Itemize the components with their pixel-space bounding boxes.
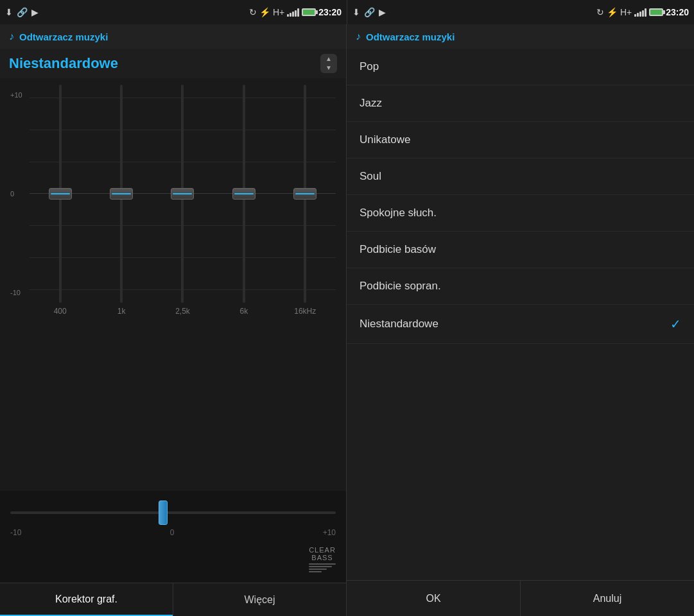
eq-label-zero: 0: [10, 190, 22, 198]
preset-item-jazz[interactable]: Jazz: [347, 85, 694, 122]
preset-item-podbicie-sopran-name: Podbicie sopran.: [360, 280, 441, 293]
signal-bar-r1: [634, 14, 636, 17]
eq-slider-col-1: [48, 85, 73, 303]
bass-slider-container[interactable]: [10, 500, 336, 526]
eq-slider-thumb-16k: [293, 188, 317, 200]
eq-slider-col-2: [108, 85, 134, 303]
signal-bar-r3: [639, 12, 641, 17]
signal-bar-1: [287, 14, 289, 17]
clear-bass-text-line1: CLEAR: [309, 546, 336, 554]
tab-wiecej[interactable]: Więcej: [173, 583, 346, 616]
sync-icon-r: ↻: [596, 7, 604, 17]
eq-slider-thumb-400: [49, 188, 72, 200]
preset-item-spokojne-name: Spokojne słuch.: [360, 207, 437, 219]
bluetooth-icon-r: ⚡: [607, 7, 618, 17]
clear-bass-lines: [309, 563, 336, 572]
status-left-icons: ⬇ 🔗 ▶: [5, 7, 39, 17]
preset-item-unikatowe-name: Unikatowe: [360, 133, 410, 146]
preset-item-niestandardowe-name: Niestandardowe: [360, 318, 438, 330]
status-bar-left: ⬇ 🔗 ▶ ↻ ⚡ H+ 23:20: [0, 0, 347, 24]
signal-bar-3: [292, 12, 294, 17]
clear-bass-line-2: [309, 566, 332, 567]
preset-item-pop[interactable]: Pop: [347, 49, 694, 85]
chevron-up-icon: ▲: [325, 55, 332, 63]
bass-scale: -10 0 +10: [10, 528, 336, 537]
bass-slider-thumb: [159, 501, 168, 525]
freq-label-6k: 6k: [221, 307, 266, 316]
tab-korektor[interactable]: Korektor graf.: [0, 583, 173, 616]
play-icon: ▶: [31, 7, 39, 17]
eq-slider-6k[interactable]: [231, 85, 257, 303]
tab-wiecej-label: Więcej: [244, 594, 275, 606]
left-app-header: ♪ Odtwarzacz muzyki: [0, 24, 346, 49]
bottom-tabs: Korektor graf. Więcej: [0, 583, 346, 616]
eq-slider-2k5[interactable]: [169, 85, 195, 303]
bluetooth-icon: ⚡: [259, 7, 270, 17]
battery-icon-r: [649, 8, 663, 16]
left-app-title: Odtwarzacz muzyki: [19, 31, 108, 42]
right-panel: ♪ Odtwarzacz muzyki Pop Jazz Unikatowe S…: [347, 24, 694, 616]
tab-korektor-label: Korektor graf.: [55, 594, 117, 605]
link-icon: 🔗: [17, 7, 28, 17]
preset-arrows-button[interactable]: ▲ ▼: [320, 54, 337, 73]
eq-slider-thumb-6k: [232, 188, 256, 200]
network-icon-r: H+: [620, 7, 632, 17]
signal-bar-r4: [642, 10, 644, 17]
clear-bass-line-3: [309, 569, 327, 570]
eq-sliders: [30, 85, 336, 303]
preset-item-podbicie-basow-name: Podbicie basów: [360, 243, 436, 256]
network-icon: H+: [273, 7, 284, 17]
preset-item-unikatowe[interactable]: Unikatowe: [347, 122, 694, 158]
freq-label-16k: 16kHz: [282, 307, 327, 316]
eq-y-labels: +10 0 -10: [10, 85, 22, 303]
signal-bars: [287, 8, 299, 17]
bass-scale-center: 0: [170, 528, 175, 537]
signal-bars-r: [634, 8, 646, 17]
freq-label-1k: 1k: [99, 307, 144, 316]
eq-slider-1k[interactable]: [108, 85, 134, 303]
preset-item-pop-name: Pop: [360, 60, 379, 73]
preset-list: Pop Jazz Unikatowe Soul Spokojne słuch. …: [347, 49, 694, 580]
bass-scale-max: +10: [323, 528, 336, 537]
sync-icon: ↻: [249, 7, 257, 17]
ok-button[interactable]: OK: [347, 581, 521, 616]
preset-item-niestandardowe[interactable]: Niestandardowe ✓: [347, 305, 694, 344]
eq-slider-col-5: [292, 85, 318, 303]
freq-label-400: 400: [38, 307, 83, 316]
preset-item-spokojne[interactable]: Spokojne słuch.: [347, 195, 694, 232]
signal-bar-4: [295, 10, 297, 17]
cancel-button-label: Anuluj: [593, 593, 621, 604]
preset-name-label: Niestandardowe: [9, 55, 314, 72]
preset-item-soul[interactable]: Soul: [347, 158, 694, 195]
status-right-icons: ↻ ⚡ H+ 23:20: [249, 7, 342, 17]
music-note-icon: ♪: [9, 31, 14, 42]
right-app-header: ♪ Odtwarzacz muzyki: [347, 24, 694, 49]
checkmark-icon: ✓: [670, 316, 681, 332]
download-icon: ⬇: [5, 7, 13, 17]
freq-label-2k5: 2,5k: [160, 307, 205, 316]
eq-sliders-area: [30, 85, 336, 303]
status-time-left: 23:20: [318, 7, 342, 17]
signal-bar-5: [297, 8, 299, 17]
bass-slider-track: [10, 511, 336, 514]
music-note-icon-r: ♪: [356, 31, 361, 42]
status-right-right-icons: ↻ ⚡ H+ 23:20: [596, 7, 689, 17]
preset-item-podbicie-basow[interactable]: Podbicie basów: [347, 232, 694, 268]
bass-area: -10 0 +10 CLEAR BASS: [0, 491, 346, 583]
cancel-button[interactable]: Anuluj: [521, 581, 694, 616]
preset-item-jazz-name: Jazz: [360, 97, 382, 110]
signal-bar-r5: [645, 8, 646, 17]
eq-slider-col-3: [169, 85, 195, 303]
eq-grid: +10 0 -10: [10, 85, 336, 303]
status-right-left-icons: ⬇ 🔗 ▶: [352, 7, 386, 17]
clear-bass-line-4: [309, 571, 322, 572]
left-panel: ♪ Odtwarzacz muzyki Niestandardowe ▲ ▼ +…: [0, 24, 347, 616]
eq-area: +10 0 -10: [0, 78, 346, 491]
preset-item-soul-name: Soul: [360, 170, 381, 183]
preset-selector[interactable]: Niestandardowe ▲ ▼: [0, 49, 346, 78]
eq-label-plus10: +10: [10, 91, 22, 99]
eq-slider-16k[interactable]: [292, 85, 318, 303]
clear-bass-line-1: [309, 563, 336, 565]
eq-slider-400[interactable]: [48, 85, 73, 303]
preset-item-podbicie-sopran[interactable]: Podbicie sopran.: [347, 268, 694, 305]
